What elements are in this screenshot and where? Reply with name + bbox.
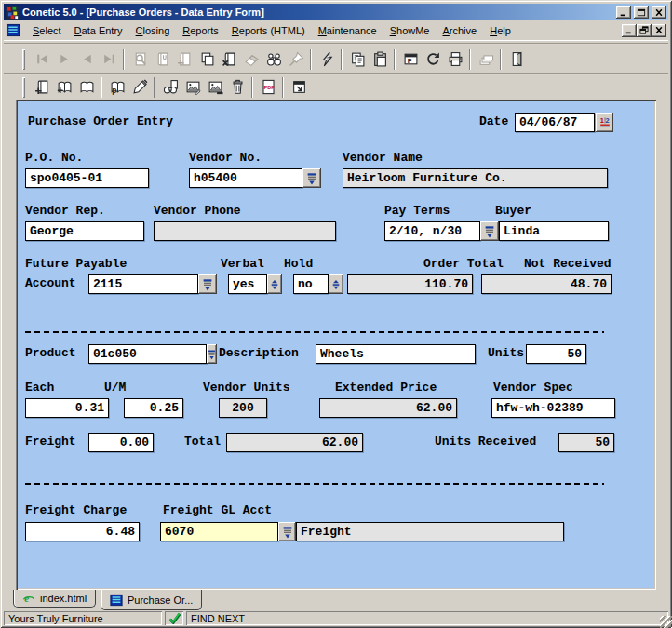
menu-maintenance[interactable]: Maintenance (312, 22, 383, 39)
open-book-add-icon[interactable] (53, 77, 75, 98)
order-total-input[interactable] (347, 274, 473, 294)
freight-charge-input[interactable] (25, 522, 140, 541)
buyer-input[interactable] (499, 221, 609, 241)
tab-label: Purchase Or... (128, 595, 193, 606)
copy-record-icon[interactable] (195, 49, 218, 70)
account-input[interactable] (88, 274, 198, 294)
bookmark-book-icon[interactable] (151, 49, 173, 70)
po-no-input[interactable] (25, 168, 149, 188)
vendor-no-lookup-button[interactable] (302, 168, 321, 188)
add-book-icon[interactable] (173, 49, 195, 70)
search-binoculars-icon[interactable] (262, 49, 285, 70)
order-total-label: Order Total (423, 258, 504, 271)
refresh-icon[interactable] (422, 49, 444, 70)
trash-icon[interactable] (226, 77, 249, 98)
menu-data-entry[interactable]: Data Entry (68, 22, 129, 39)
lookup-grid-icon (281, 525, 294, 540)
image-edit-icon[interactable] (181, 77, 204, 98)
pushpin-icon[interactable] (285, 49, 307, 70)
tab-index-html[interactable]: index.html (13, 590, 96, 608)
minimize-button[interactable] (616, 6, 631, 19)
previous-record-icon[interactable] (75, 49, 98, 70)
print-icon[interactable] (444, 49, 466, 70)
find-page-icon[interactable] (159, 77, 181, 98)
next-record-icon[interactable] (53, 49, 75, 70)
resize-grip[interactable] (660, 616, 672, 628)
mdi-restore-button[interactable] (637, 24, 652, 37)
tab-bar: index.html Purchase Or... (4, 590, 668, 610)
description-input[interactable] (316, 344, 476, 364)
title-bar: Conetic 5.0 - [Purchase Orders - Data En… (4, 4, 668, 20)
toolbar-grip[interactable] (22, 77, 25, 98)
vendor-phone-input[interactable] (154, 221, 336, 241)
not-received-input[interactable] (481, 274, 612, 294)
pdf-icon[interactable] (257, 77, 279, 98)
total-input[interactable] (226, 433, 363, 452)
hold-input[interactable] (293, 274, 329, 294)
copy-icon[interactable] (346, 49, 369, 70)
menu-closing[interactable]: Closing (129, 22, 177, 39)
freight-input[interactable] (88, 433, 154, 452)
menu-reports-html[interactable]: Reports (HTML) (225, 22, 312, 39)
toolbar-separator (391, 49, 399, 70)
units-input[interactable] (526, 344, 586, 364)
verbal-spinner-button[interactable] (267, 274, 282, 294)
freight-label: Freight (25, 435, 76, 448)
vendor-units-input[interactable] (219, 398, 267, 418)
delete-book-icon[interactable] (218, 49, 240, 70)
pay-terms-lookup-button[interactable] (480, 221, 499, 241)
toolbar-grip[interactable] (22, 49, 25, 70)
paste-icon[interactable] (369, 49, 391, 70)
tab-purchase-orders[interactable]: Purchase Or... (101, 590, 202, 610)
lookup-grid-icon (483, 224, 496, 239)
freight-gl-acct-description[interactable] (296, 522, 564, 541)
toolbar-separator (279, 77, 288, 98)
verbal-label: Verbal (221, 258, 264, 271)
layers-icon[interactable] (475, 49, 497, 70)
export-icon[interactable] (288, 77, 310, 98)
vendor-rep-label: Vendor Rep. (25, 205, 105, 218)
exit-icon[interactable] (505, 49, 528, 70)
pen-icon[interactable] (128, 77, 151, 98)
verbal-input[interactable] (228, 274, 267, 294)
form-window-icon[interactable] (399, 49, 422, 70)
menu-help[interactable]: Help (483, 22, 517, 39)
vendor-rep-input[interactable] (25, 221, 144, 241)
each-input[interactable] (25, 398, 109, 418)
mdi-close-button[interactable] (652, 24, 666, 37)
toolbar-separator (151, 77, 159, 98)
menu-showme[interactable]: ShowMe (383, 22, 437, 39)
vendor-name-input[interactable] (343, 168, 608, 188)
close-button[interactable] (652, 6, 666, 19)
open-book-icon[interactable] (75, 77, 98, 98)
mdi-minimize-button[interactable] (622, 24, 637, 37)
um-input[interactable] (124, 398, 183, 418)
date-input[interactable] (515, 113, 595, 132)
product-lookup-button[interactable] (207, 344, 217, 364)
menu-archive[interactable]: Archive (436, 22, 483, 39)
last-record-icon[interactable] (98, 49, 120, 70)
units-received-input[interactable] (558, 433, 614, 452)
menu-reports[interactable]: Reports (176, 22, 225, 39)
account-lookup-button[interactable] (198, 274, 217, 294)
product-input[interactable] (88, 344, 207, 364)
freight-gl-acct-lookup-button[interactable] (278, 522, 296, 541)
lightning-icon[interactable] (316, 49, 338, 70)
hold-spinner-button[interactable] (329, 274, 343, 294)
lookup-grid-icon (305, 171, 318, 186)
first-record-icon[interactable] (31, 49, 53, 70)
freight-gl-acct-input[interactable] (160, 522, 278, 541)
vendor-no-input[interactable] (189, 168, 302, 188)
new-book-icon[interactable] (31, 77, 53, 98)
open-book-edit-icon[interactable] (106, 77, 128, 98)
vendor-spec-input[interactable] (491, 398, 615, 418)
find-record-icon[interactable] (128, 49, 151, 70)
date-picker-button[interactable] (596, 113, 613, 132)
maximize-button[interactable] (634, 6, 649, 19)
extended-price-input[interactable] (319, 398, 457, 418)
pay-terms-input[interactable] (384, 221, 480, 241)
hold-label: Hold (284, 258, 313, 271)
eraser-icon[interactable] (240, 49, 262, 70)
menu-select[interactable]: Select (26, 22, 68, 39)
image-remove-icon[interactable] (204, 77, 226, 98)
